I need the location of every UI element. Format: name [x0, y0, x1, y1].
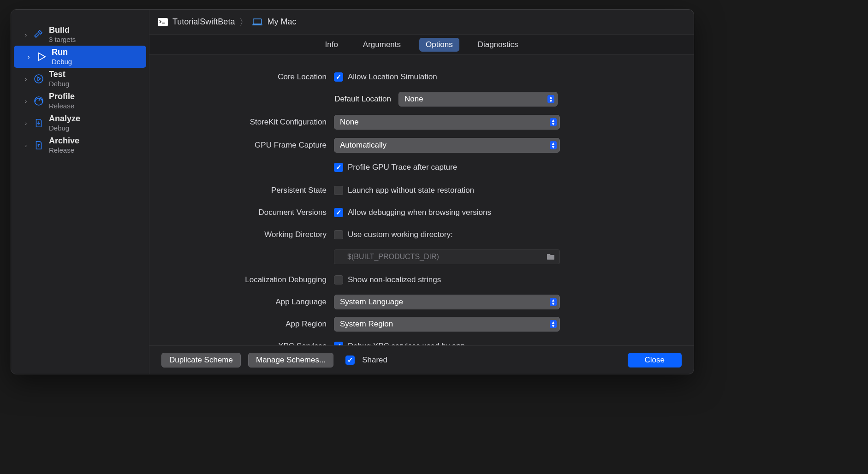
- persistent-state-label: Persistent State: [159, 186, 334, 195]
- working-directory-placeholder: $(BUILT_PRODUCTS_DIR): [347, 253, 439, 261]
- working-directory-checkbox[interactable]: [334, 230, 343, 239]
- xpc-services-check-label: Debug XPC services used by app: [348, 342, 465, 345]
- play-circle-icon: [32, 72, 45, 85]
- profile-gpu-trace-checkbox[interactable]: [334, 163, 343, 172]
- breadcrumb-bar: TutorialSwiftBeta 〉 My Mac: [149, 10, 694, 35]
- terminal-icon: [158, 18, 168, 26]
- sidebar-item-subtitle: Release: [49, 102, 75, 110]
- xpc-services-checkbox[interactable]: [334, 342, 343, 345]
- chevron-up-down-icon: ▲▼: [550, 141, 557, 149]
- breadcrumb-separator: 〉: [239, 17, 248, 28]
- app-region-select[interactable]: System Region ▲▼: [334, 317, 560, 332]
- app-language-label: App Language: [159, 297, 334, 307]
- storekit-value: None: [340, 118, 359, 127]
- storekit-label: StoreKit Configuration: [159, 118, 334, 127]
- tab-diagnostics[interactable]: Diagnostics: [471, 38, 525, 52]
- chevron-up-down-icon: ▲▼: [547, 95, 554, 103]
- sidebar-item-subtitle: Debug: [52, 58, 72, 66]
- chevron-right-icon: ›: [28, 53, 32, 60]
- sidebar-item-build[interactable]: › Build 3 targets: [11, 24, 149, 46]
- sidebar-item-subtitle: Debug: [49, 80, 69, 88]
- localization-debugging-check-label: Show non-localized strings: [348, 275, 441, 284]
- working-directory-label: Working Directory: [159, 230, 334, 239]
- chevron-up-down-icon: ▲▼: [550, 320, 557, 328]
- localization-debugging-label: Localization Debugging: [159, 275, 334, 284]
- gpu-capture-value: Automatically: [340, 141, 386, 150]
- default-location-value: None: [404, 95, 423, 104]
- doc-arrow-down-icon: [32, 117, 45, 130]
- sidebar-item-label: Test: [49, 70, 69, 80]
- sidebar-item-profile[interactable]: › Profile Release: [11, 90, 149, 112]
- persistent-state-check-label: Launch app without state restoration: [348, 186, 474, 195]
- xpc-services-label: XPC Services: [159, 342, 334, 345]
- hammer-icon: [32, 28, 45, 41]
- working-directory-check-label: Use custom working directory:: [348, 230, 453, 239]
- doc-arrow-up-icon: [32, 139, 45, 152]
- document-versions-label: Document Versions: [159, 208, 334, 217]
- svg-point-0: [35, 75, 43, 83]
- mac-icon: [252, 18, 262, 26]
- folder-icon[interactable]: [547, 254, 555, 260]
- profile-gpu-trace-label: Profile GPU Trace after capture: [348, 163, 457, 172]
- sidebar-item-archive[interactable]: › Archive Release: [11, 134, 149, 156]
- dialog-footer: Duplicate Scheme Manage Schemes... Share…: [149, 345, 694, 374]
- gauge-icon: [32, 95, 45, 107]
- sidebar-item-label: Analyze: [49, 114, 80, 124]
- default-location-select[interactable]: None ▲▼: [398, 92, 558, 107]
- sidebar-item-analyze[interactable]: › Analyze Debug: [11, 112, 149, 134]
- app-language-select[interactable]: System Language ▲▼: [334, 295, 560, 309]
- shared-label: Shared: [362, 356, 387, 365]
- storekit-select[interactable]: None ▲▼: [334, 115, 560, 130]
- sidebar-item-label: Run: [52, 47, 72, 58]
- core-location-label: Core Location: [159, 72, 334, 82]
- sidebar-item-subtitle: Release: [49, 146, 79, 154]
- scheme-sidebar: › Build 3 targets › Run Debug ›: [11, 10, 149, 374]
- breadcrumb-project[interactable]: TutorialSwiftBeta: [172, 17, 235, 27]
- svg-rect-4: [252, 24, 262, 25]
- chevron-right-icon: ›: [25, 142, 30, 149]
- shared-checkbox[interactable]: [345, 356, 355, 365]
- tab-options[interactable]: Options: [419, 38, 459, 52]
- duplicate-scheme-button[interactable]: Duplicate Scheme: [161, 353, 241, 367]
- gpu-capture-label: GPU Frame Capture: [159, 141, 334, 150]
- scheme-main: TutorialSwiftBeta 〉 My Mac Info Argument…: [149, 10, 694, 374]
- gpu-capture-select[interactable]: Automatically ▲▼: [334, 138, 560, 153]
- persistent-state-checkbox[interactable]: [334, 186, 343, 195]
- sidebar-item-label: Build: [49, 25, 76, 36]
- app-region-label: App Region: [159, 320, 334, 329]
- sidebar-item-label: Profile: [49, 92, 75, 102]
- localization-debugging-checkbox[interactable]: [334, 275, 343, 284]
- document-versions-checkbox[interactable]: [334, 208, 343, 217]
- chevron-up-down-icon: ▲▼: [550, 118, 557, 126]
- chevron-right-icon: ›: [25, 31, 30, 38]
- scheme-editor-dialog: › Build 3 targets › Run Debug ›: [11, 9, 694, 374]
- play-icon: [35, 50, 48, 63]
- chevron-right-icon: ›: [25, 76, 30, 83]
- close-button[interactable]: Close: [628, 353, 682, 367]
- svg-rect-2: [158, 18, 168, 26]
- allow-location-simulation-label: Allow Location Simulation: [348, 72, 437, 82]
- sidebar-item-subtitle: 3 targets: [49, 36, 76, 44]
- tab-bar: Info Arguments Options Diagnostics: [149, 35, 694, 55]
- tab-info[interactable]: Info: [318, 38, 344, 52]
- sidebar-item-label: Archive: [49, 136, 79, 146]
- sidebar-item-subtitle: Debug: [49, 124, 80, 132]
- default-location-label: Default Location: [159, 95, 398, 104]
- svg-rect-3: [253, 19, 262, 24]
- tab-arguments[interactable]: Arguments: [357, 38, 407, 52]
- manage-schemes-button[interactable]: Manage Schemes...: [248, 353, 333, 367]
- allow-location-simulation-checkbox[interactable]: [334, 72, 343, 82]
- options-panel: Core Location Allow Location Simulation …: [149, 55, 694, 345]
- document-versions-check-label: Allow debugging when browsing versions: [348, 208, 491, 217]
- sidebar-item-run[interactable]: › Run Debug: [14, 46, 146, 68]
- breadcrumb-target[interactable]: My Mac: [267, 17, 296, 27]
- chevron-right-icon: ›: [25, 98, 30, 105]
- working-directory-field[interactable]: $(BUILT_PRODUCTS_DIR): [334, 249, 560, 264]
- app-region-value: System Region: [340, 320, 393, 329]
- sidebar-item-test[interactable]: › Test Debug: [11, 68, 149, 90]
- chevron-right-icon: ›: [25, 120, 30, 127]
- app-language-value: System Language: [340, 297, 403, 307]
- chevron-up-down-icon: ▲▼: [550, 298, 557, 306]
